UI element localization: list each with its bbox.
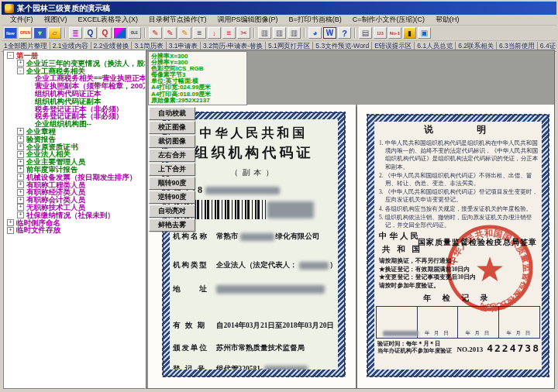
merge-left-right-button[interactable]: 左右合并 bbox=[149, 149, 195, 162]
ole-icon[interactable]: OLE bbox=[128, 27, 141, 39]
tree-item-tax-cert-copy[interactable]: 税务登记证副本（非必须） bbox=[6, 112, 145, 120]
expand-icon[interactable]: + bbox=[17, 136, 24, 143]
list-remove-icon[interactable]: ≡ bbox=[222, 27, 236, 39]
vivid-dehaze-button[interactable]: 鲜艳去雾 bbox=[149, 218, 195, 232]
expand-icon[interactable]: + bbox=[17, 60, 24, 67]
image-info-panel: 分辨率X=300 分辨率Y=300 色彩空间ICS_RGB 每像素字节3 单位:… bbox=[148, 51, 247, 105]
save-icon[interactable]: ▼ bbox=[33, 27, 46, 39]
ruler-icon[interactable]: ≣ bbox=[69, 27, 82, 39]
menu-file[interactable]: 文件(F) bbox=[5, 15, 39, 25]
tree-item-economics-staff[interactable]: +有职称经济类人员 bbox=[6, 188, 145, 196]
tree-item-temp-file-storage[interactable]: +临时文件存放 bbox=[6, 226, 145, 234]
tree-item-tax-cert-original[interactable]: 税务登记证正本（非必须） bbox=[6, 105, 145, 113]
serial-number: NO.20134224738 bbox=[456, 342, 540, 354]
tree-item-accounting-staff[interactable]: +有职称会计类人员 bbox=[6, 196, 145, 204]
gradient-icon[interactable] bbox=[113, 27, 126, 39]
instruction-item: 1. 中华人民共和国组织机构代码是组织机构在中华人民共和国境内唯一的、始终不变的… bbox=[379, 139, 539, 171]
menu-tree-node-ops[interactable]: 目录树节点操作(T) bbox=[143, 15, 212, 25]
tree-item-org-code-copy-selected[interactable]: 组织机构代码证副本 bbox=[6, 98, 145, 105]
browser-icon[interactable]: ◕ bbox=[308, 27, 322, 39]
scissors-icon[interactable]: ✂ bbox=[237, 27, 250, 39]
tree-item-temp-reverse-naming[interactable]: +临时倒序命名 bbox=[6, 219, 145, 227]
machine-icon[interactable]: ▮ bbox=[403, 27, 416, 39]
correct-image-button[interactable]: 校正图像 bbox=[149, 121, 195, 134]
validity-field: 有 效 期 自2014年03月21日至2018年03月20日 bbox=[173, 321, 335, 331]
menu-make-small-file[interactable]: C=制作小文件(压缩)(C) bbox=[347, 15, 430, 25]
expand-icon[interactable]: + bbox=[17, 159, 24, 166]
printer-number-icon[interactable]: No-1 bbox=[388, 27, 401, 39]
tree-item-social-insurance[interactable]: +社保缴纳情况（社保未到） bbox=[6, 211, 145, 219]
tree-item-untitled-workers[interactable]: +无职称技术工人员 bbox=[6, 204, 145, 211]
folder-icon[interactable]: ▱ bbox=[48, 27, 61, 39]
tree-item-legal-person[interactable]: +企业法人相关 bbox=[6, 150, 145, 158]
instructions-page: 说 明 1. 中华人民共和国组织机构代码是组织机构在中华人民共和国境内唯一的、始… bbox=[357, 105, 555, 389]
tree-item-org-chart[interactable]: 企业组织机构图-- bbox=[6, 120, 145, 128]
pen-add-icon[interactable]: ✎ bbox=[164, 27, 177, 39]
expand-icon[interactable]: + bbox=[17, 128, 24, 135]
auto-brightness-contrast-button[interactable]: 自动亮对 bbox=[149, 205, 195, 218]
tree-item-changes-3years[interactable]: +企业近三年的变更情况（换法人，股权变更等） bbox=[6, 60, 145, 67]
image-icon[interactable]: ▣ bbox=[418, 27, 431, 39]
zoom-out-icon[interactable]: Q bbox=[98, 27, 112, 39]
arrow-down-icon[interactable]: ↓ bbox=[208, 27, 221, 39]
expand-icon[interactable]: + bbox=[17, 151, 24, 158]
pen-edit-icon[interactable]: ✎ bbox=[149, 27, 162, 39]
address-field: 地 址 bbox=[173, 284, 335, 294]
new-icon[interactable]: New bbox=[4, 27, 17, 39]
expand-icon[interactable]: + bbox=[17, 143, 24, 150]
auto-correct-crop-button[interactable]: 自动校裁 bbox=[149, 107, 195, 120]
toolbar-separator bbox=[253, 28, 255, 38]
collapse-icon[interactable]: - bbox=[17, 67, 24, 74]
table-cell bbox=[377, 307, 418, 338]
menu-help[interactable]: 帮助(H) bbox=[430, 15, 465, 25]
word-icon[interactable]: W bbox=[323, 27, 336, 39]
tree-item-business-tax[interactable]: -企业工商税务相关 bbox=[6, 67, 145, 75]
menu-ps-edit[interactable]: 调用PS编辑图像(P) bbox=[212, 15, 284, 25]
expand-icon[interactable]: + bbox=[17, 181, 24, 188]
expand-icon[interactable]: + bbox=[17, 197, 24, 204]
zoom-in-icon[interactable]: Q bbox=[84, 27, 97, 39]
expand-icon[interactable]: + bbox=[17, 211, 24, 218]
expand-icon[interactable]: + bbox=[17, 189, 24, 196]
instruction-item: 2. 《中华人民共和国组织机构代码证》不得出租、出借、冒用、转让、伪造、变造、非… bbox=[379, 172, 539, 187]
tree-item-volume1[interactable]: -第一册 bbox=[6, 52, 145, 60]
expand-icon[interactable]: + bbox=[7, 227, 14, 234]
printer-icon[interactable]: ▤ bbox=[359, 27, 372, 39]
help-icon[interactable]: ? bbox=[338, 27, 351, 39]
menu-excel-import[interactable]: EXCEL表格导入(X) bbox=[73, 15, 144, 25]
instructions-title: 说 明 bbox=[385, 123, 542, 136]
tree-item-audit-report[interactable]: +前年度审计报告 bbox=[6, 166, 145, 174]
expand-icon[interactable]: + bbox=[17, 166, 24, 173]
trash-icon[interactable]: ▥ bbox=[273, 27, 286, 39]
org-name-field: 机构名称 常熟市绿化有限公司 bbox=[173, 232, 335, 242]
crop-image-button[interactable]: 裁切图像 bbox=[149, 135, 195, 148]
rotate-ccw-90-button[interactable]: 逆转90度 bbox=[149, 191, 195, 204]
expand-icon[interactable]: + bbox=[17, 204, 24, 211]
tree-item-key-managers[interactable]: +企业主要管理人员 bbox=[6, 158, 145, 166]
list-new-icon[interactable]: ≡ bbox=[193, 27, 206, 39]
printer-123-icon[interactable]: 123 bbox=[374, 27, 387, 39]
tree-item-equipment-invoices[interactable]: +机械设备发票（按日期发生排序） bbox=[6, 174, 145, 181]
expand-icon[interactable]: + bbox=[7, 219, 14, 226]
trash-icon[interactable]: ▥ bbox=[258, 27, 271, 39]
rotate-cw-90-button[interactable]: 顺转90度 bbox=[149, 177, 195, 190]
title-bar: 某个园林三级资质的演示稿 bbox=[2, 2, 556, 15]
merge-top-bottom-button[interactable]: 上下合并 bbox=[149, 163, 195, 176]
page-footer: 验证时间：每年＊月＊日 当年办证机构不参加年度验证 NO.20134224738 bbox=[377, 340, 540, 354]
tree-item-org-code-original[interactable]: 组织机构代码证正本 bbox=[6, 90, 145, 98]
tree-item-company-charter[interactable]: +企业章程 bbox=[6, 128, 145, 136]
pen-mark-icon[interactable]: ✎ bbox=[178, 27, 191, 39]
menu-view[interactable]: 视图(V) bbox=[39, 15, 73, 25]
trash-icon[interactable]: ▥ bbox=[288, 27, 301, 39]
tree-item-engineering-staff[interactable]: +有职称工程类人员 bbox=[6, 181, 145, 189]
tree-item-original-qualification[interactable]: +企业原资质证书 bbox=[6, 143, 145, 151]
toolbar-separator bbox=[354, 28, 356, 38]
toolbar-separator bbox=[304, 28, 305, 38]
expand-icon[interactable]: + bbox=[17, 174, 24, 181]
collapse-icon[interactable]: - bbox=[7, 52, 14, 59]
open-icon[interactable]: OPEN bbox=[19, 27, 32, 39]
tree-item-business-license-copy[interactable]: 营业执照副本（须带年检章，200万以上） bbox=[6, 82, 145, 90]
tree-item-business-license-original[interactable]: 企业工商税务相关==营业执照正本++ bbox=[6, 74, 145, 82]
tree-item-capital-report[interactable]: +验资报告 bbox=[6, 136, 145, 143]
menu-print-draft[interactable]: B=打印书画稿(B) bbox=[284, 15, 347, 25]
